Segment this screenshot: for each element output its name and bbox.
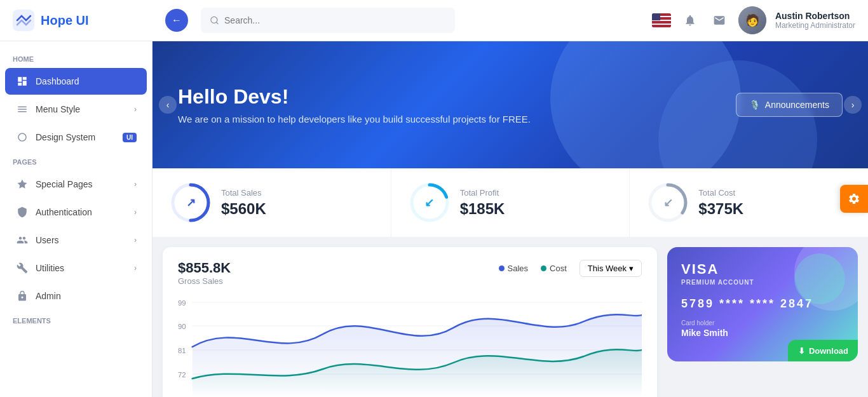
stat-info-profit: Total Profit $185K xyxy=(460,188,505,218)
stat-circle-profit: ↙ xyxy=(409,182,450,223)
settings-fab[interactable] xyxy=(840,185,868,213)
sidebar-item-design-system[interactable]: Design System UI xyxy=(5,124,147,151)
logo-text: Hope UI xyxy=(41,13,89,28)
auth-arrow: › xyxy=(134,208,137,217)
dashboard-icon xyxy=(15,74,29,88)
sales-dot xyxy=(499,266,505,271)
card-section: VISA PREMIUM ACCOUNT 5789 **** **** 2847… xyxy=(667,247,858,397)
stat-circle-sales: ↗ xyxy=(170,182,211,223)
cost-dot xyxy=(541,266,546,271)
search-bar xyxy=(201,8,455,33)
visa-account-type: PREMIUM ACCOUNT xyxy=(681,279,844,286)
this-week-chevron: ▾ xyxy=(629,264,634,273)
sidebar-section-pages: Pages xyxy=(0,152,152,170)
sidebar-item-special-pages[interactable]: Special Pages › xyxy=(5,171,147,198)
download-label: Download xyxy=(809,346,848,356)
sidebar-label-menu-style: Menu Style xyxy=(36,104,80,114)
this-week-button[interactable]: This Week ▾ xyxy=(580,260,642,277)
hero-text: Hello Devs! We are on a mission to help … xyxy=(178,85,531,124)
svg-text:99: 99 xyxy=(178,300,186,307)
sidebar-item-authentication[interactable]: Authentication › xyxy=(5,199,147,225)
hero-banner: ‹ Hello Devs! We are on a mission to hel… xyxy=(153,41,868,168)
stats-row: ↗ Total Sales $560K ↙ Total Profit xyxy=(153,168,868,237)
sidebar-item-dashboard[interactable]: Dashboard xyxy=(5,68,147,95)
design-system-badge: UI xyxy=(123,133,137,142)
hero-next-button[interactable]: › xyxy=(844,96,862,114)
sidebar-label-dashboard: Dashboard xyxy=(36,76,79,86)
menu-style-arrow: › xyxy=(134,105,137,114)
hero-prev-button[interactable]: ‹ xyxy=(159,96,177,114)
user-info: Austin Robertson Marketing Administrator xyxy=(775,11,855,30)
sidebar-item-users[interactable]: Users › xyxy=(5,227,147,253)
chart-header: $855.8K Gross Sales Sales Cost xyxy=(178,260,642,286)
sales-arrow: ↗ xyxy=(186,196,196,210)
announcements-label: Announcements xyxy=(765,100,829,110)
visa-holder-label: Card holder xyxy=(681,320,844,326)
svg-text:81: 81 xyxy=(178,347,186,354)
main-content: ‹ Hello Devs! We are on a mission to hel… xyxy=(153,41,868,397)
gear-icon xyxy=(848,192,860,205)
visa-holder-name: Mike Smith xyxy=(681,328,844,338)
sidebar-label-authentication: Authentication xyxy=(36,207,92,217)
sidebar-item-menu-style[interactable]: Menu Style › xyxy=(5,96,147,123)
users-arrow: › xyxy=(134,236,137,245)
bottom-section: $855.8K Gross Sales Sales Cost xyxy=(153,237,868,397)
chart-gross-info: $855.8K Gross Sales xyxy=(178,260,231,286)
stat-label-profit: Total Profit xyxy=(460,188,505,198)
avatar[interactable]: 🧑 xyxy=(738,6,766,34)
download-icon: ⬇ xyxy=(798,346,805,356)
stat-circle-cost: ↙ xyxy=(648,182,688,223)
stat-value-sales: $560K xyxy=(221,200,266,218)
logo-icon xyxy=(13,10,34,31)
sidebar-section-home: Home xyxy=(0,49,152,67)
sidebar-item-utilities[interactable]: Utilities › xyxy=(5,255,147,281)
app-body: Home Dashboard Menu Style › Design Syste… xyxy=(0,41,868,397)
sidebar-label-utilities: Utilities xyxy=(36,263,64,273)
chart-area: $855.8K Gross Sales Sales Cost xyxy=(163,247,657,397)
sidebar: Home Dashboard Menu Style › Design Syste… xyxy=(0,41,153,397)
star-icon xyxy=(15,177,29,191)
download-button[interactable]: ⬇ Download xyxy=(788,340,858,361)
sidebar-label-admin: Admin xyxy=(36,291,61,301)
cost-arrow: ↙ xyxy=(663,196,673,210)
visa-number: 5789 **** **** 2847 xyxy=(681,297,844,311)
utilities-arrow: › xyxy=(134,264,137,273)
header-right: 🧑 Austin Robertson Marketing Administrat… xyxy=(652,6,855,34)
chart-svg-wrap: 99 90 81 72 xyxy=(178,296,642,397)
search-input[interactable] xyxy=(224,15,446,25)
microphone-icon: 🎙️ xyxy=(749,100,760,110)
back-button[interactable]: ← xyxy=(165,9,188,32)
header: Hope UI ← 🧑 Austin Robertson Marketing A… xyxy=(0,0,868,41)
stat-info-cost: Total Cost $375K xyxy=(698,188,743,218)
chart-legend: Sales Cost xyxy=(499,264,567,273)
sidebar-label-special-pages: Special Pages xyxy=(36,179,93,189)
announcements-button[interactable]: 🎙️ Announcements xyxy=(736,93,843,117)
stat-card-total-profit: ↙ Total Profit $185K xyxy=(391,168,630,237)
sidebar-label-design-system: Design System xyxy=(36,132,95,142)
user-role: Marketing Administrator xyxy=(775,21,855,30)
shield-icon xyxy=(15,205,29,219)
tools-icon xyxy=(15,261,29,275)
flag-icon[interactable] xyxy=(652,13,671,27)
sidebar-label-users: Users xyxy=(36,235,59,245)
stat-value-cost: $375K xyxy=(698,200,743,218)
sidebar-item-admin[interactable]: Admin xyxy=(5,283,147,309)
chart-gross-value: $855.8K xyxy=(178,260,231,276)
menu-icon xyxy=(15,102,29,116)
sidebar-section-elements: Elements xyxy=(0,311,152,328)
stat-value-profit: $185K xyxy=(460,200,505,218)
stat-card-total-cost: ↙ Total Cost $375K xyxy=(630,168,868,237)
visa-card: VISA PREMIUM ACCOUNT 5789 **** **** 2847… xyxy=(667,247,858,361)
hero-subtitle: We are on a mission to help developers l… xyxy=(178,114,531,124)
chart-gross-label: Gross Sales xyxy=(178,276,231,286)
legend-sales: Sales xyxy=(499,264,529,273)
visa-brand: VISA xyxy=(681,261,844,278)
svg-text:90: 90 xyxy=(178,323,186,330)
legend-cost: Cost xyxy=(541,264,567,273)
stat-info-sales: Total Sales $560K xyxy=(221,188,266,218)
profit-arrow: ↙ xyxy=(424,196,434,210)
notification-bell-icon[interactable] xyxy=(680,10,700,30)
mail-icon[interactable] xyxy=(709,10,729,30)
stat-label-cost: Total Cost xyxy=(698,188,743,198)
this-week-label: This Week xyxy=(588,264,627,273)
